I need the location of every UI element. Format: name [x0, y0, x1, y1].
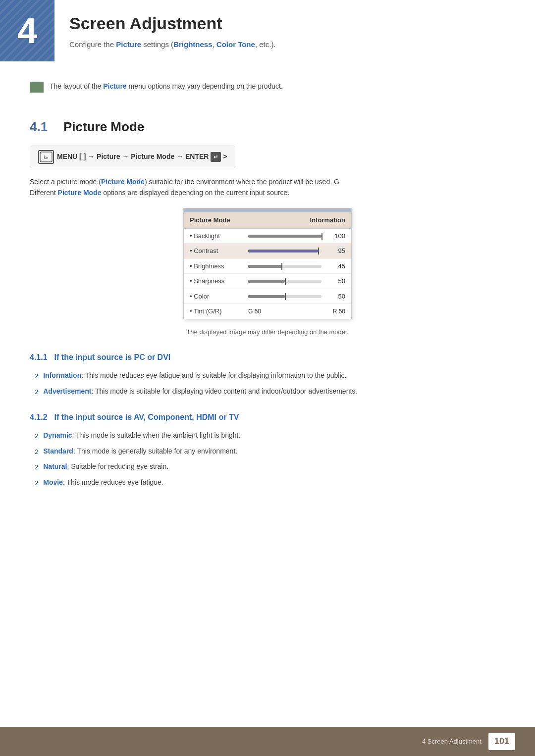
- osd-value: 50: [325, 292, 345, 302]
- chapter-subtitle: Configure the Picture settings (Brightne…: [69, 39, 276, 50]
- osd-value: 45: [325, 261, 345, 271]
- osd-bar: [248, 235, 321, 238]
- osd-label: • Color: [190, 292, 244, 302]
- list-item-411-0: 2 Information: This mode reduces eye fat…: [30, 370, 505, 381]
- list-bullet: 2: [35, 462, 38, 472]
- list-bullet: 2: [35, 387, 38, 397]
- osd-value: 100: [325, 231, 345, 241]
- osd-bar: [248, 250, 321, 252]
- list-bullet: 2: [35, 431, 38, 441]
- main-content: The layout of the Picture menu options m…: [0, 76, 535, 533]
- list-text: Dynamic: This mode is suitable when the …: [43, 430, 240, 441]
- osd-label: • Brightness: [190, 261, 244, 271]
- osd-bar-fill: [248, 235, 321, 238]
- section-41-description1: Select a picture mode (Picture Mode) sui…: [30, 176, 505, 199]
- chapter-banner: 4 Screen Adjustment Configure the Pictur…: [0, 0, 535, 61]
- section-412-heading: 4.1.2 If the input source is AV, Compone…: [30, 411, 505, 423]
- list-item-412-1: 2 Standard: This mode is generally suita…: [30, 446, 505, 457]
- osd-label: • Backlight: [190, 231, 244, 241]
- osd-top-accent: [184, 208, 351, 212]
- osd-row-5: • Tint (G/R) G 50 R 50: [184, 304, 351, 319]
- osd-header-right: Information: [310, 215, 346, 225]
- osd-g-value: G 50: [248, 307, 261, 316]
- osd-header: Picture Mode Information: [184, 212, 351, 229]
- osd-label: • Contrast: [190, 246, 244, 256]
- page-footer: 4 Screen Adjustment 101: [0, 727, 535, 756]
- list-bullet: 2: [35, 447, 38, 457]
- osd-row-1: • Contrast 95: [184, 244, 351, 259]
- osd-menu: Picture Mode Information • Backlight 100…: [183, 208, 352, 319]
- osd-bar-marker: [285, 293, 286, 300]
- list-text: Advertisement: This mode is suitable for…: [43, 386, 357, 397]
- list-text: Natural: Suitable for reducing eye strai…: [43, 461, 168, 472]
- section-41-title: Picture Mode: [63, 117, 144, 137]
- section-412-number: 4.1.2: [30, 411, 48, 423]
- osd-bar-fill: [248, 250, 318, 252]
- section-411-heading: 4.1.1 If the input source is PC or DVI: [30, 352, 505, 363]
- osd-value: 95: [325, 246, 345, 256]
- osd-bar-marker: [285, 278, 286, 285]
- osd-row-4: • Color 50: [184, 289, 351, 304]
- section-411-list: 2 Information: This mode reduces eye fat…: [30, 370, 505, 397]
- osd-tint-values: G 50 R 50: [248, 307, 345, 316]
- menu-path: ㎞ MENU [ ] → Picture → Picture Mode → EN…: [30, 146, 235, 168]
- list-item-412-3: 2 Movie: This mode reduces eye fatigue.: [30, 477, 505, 488]
- svg-text:㎞: ㎞: [44, 154, 49, 160]
- osd-row-2: • Brightness 45: [184, 259, 351, 274]
- note-box: The layout of the Picture menu options m…: [30, 76, 505, 98]
- osd-bar-marker: [281, 263, 282, 270]
- section-412-list: 2 Dynamic: This mode is suitable when th…: [30, 430, 505, 488]
- menu-path-text: MENU [ ] → Picture → Picture Mode → ENTE…: [57, 151, 227, 162]
- osd-row-3: • Sharpness 50: [184, 274, 351, 289]
- note-text: The layout of the Picture menu options m…: [50, 81, 283, 92]
- osd-bar-marker: [321, 233, 322, 240]
- osd-bar-fill: [248, 295, 285, 298]
- osd-value: 50: [325, 276, 345, 286]
- note-icon: [30, 82, 44, 93]
- list-bullet: 2: [35, 371, 38, 381]
- section-41-number: 4.1: [30, 117, 54, 137]
- enter-icon: ↵: [211, 152, 221, 162]
- list-bullet: 2: [35, 478, 38, 488]
- section-41-heading: 4.1 Picture Mode: [30, 117, 505, 137]
- chapter-title-block: Screen Adjustment Configure the Picture …: [54, 0, 296, 61]
- osd-label: • Sharpness: [190, 276, 244, 286]
- osd-bar-fill: [248, 280, 285, 283]
- osd-row-0: • Backlight 100: [184, 229, 351, 244]
- osd-bar: [248, 295, 321, 298]
- chapter-title: Screen Adjustment: [69, 11, 276, 36]
- list-text: Information: This mode reduces eye fatig…: [43, 370, 346, 381]
- section-411-title: If the input source is PC or DVI: [54, 352, 171, 363]
- osd-container: Picture Mode Information • Backlight 100…: [30, 208, 505, 319]
- list-text: Standard: This mode is generally suitabl…: [43, 446, 237, 456]
- chapter-number: 4: [0, 0, 54, 61]
- osd-header-left: Picture Mode: [190, 215, 230, 225]
- footer-page: 101: [488, 733, 515, 750]
- section-411-number: 4.1.1: [30, 352, 48, 363]
- osd-bar: [248, 280, 321, 283]
- osd-r-value: R 50: [333, 307, 345, 316]
- osd-bar-fill: [248, 265, 281, 268]
- osd-label-tint: • Tint (G/R): [190, 306, 244, 316]
- image-note: The displayed image may differ depending…: [30, 327, 505, 337]
- list-item-411-1: 2 Advertisement: This mode is suitable f…: [30, 386, 505, 397]
- list-item-412-2: 2 Natural: Suitable for reducing eye str…: [30, 461, 505, 472]
- list-item-412-0: 2 Dynamic: This mode is suitable when th…: [30, 430, 505, 441]
- section-412-title: If the input source is AV, Component, HD…: [54, 411, 239, 423]
- osd-bar-marker: [318, 248, 319, 254]
- list-text: Movie: This mode reduces eye fatigue.: [43, 477, 163, 488]
- footer-text: 4 Screen Adjustment: [422, 737, 482, 747]
- menu-icon: ㎞: [38, 150, 54, 164]
- osd-bar: [248, 265, 321, 268]
